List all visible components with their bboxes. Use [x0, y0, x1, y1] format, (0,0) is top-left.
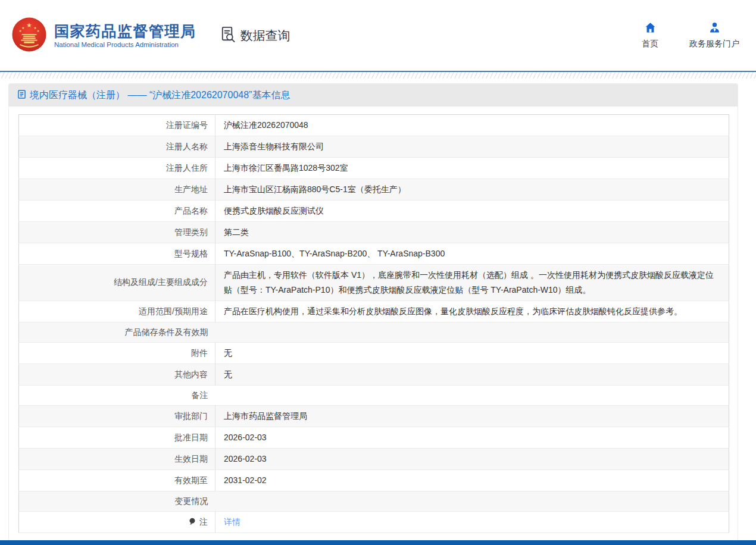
- data-query-module[interactable]: 数据查询: [219, 26, 290, 45]
- row-value: 沪械注准20262070048: [224, 120, 308, 130]
- svg-text:★: ★: [18, 29, 21, 33]
- row-label: 结构及组成/主要组成成分: [114, 277, 208, 287]
- svg-text:★: ★: [26, 21, 32, 29]
- row-label: 有效期至: [174, 475, 208, 485]
- row-label: 注册人住所: [166, 163, 208, 173]
- table-row: 生效日期 2026-02-03: [19, 449, 729, 470]
- content-container: 境内医疗器械（注册） —— “沪械注准20262070048”基本信息 注册证编…: [8, 83, 738, 542]
- row-value: 上海市药品监督管理局: [224, 411, 307, 421]
- footer-bar: [0, 540, 756, 545]
- table-row: 产品储存条件及有效期: [19, 322, 729, 343]
- row-label: 变更情况: [175, 496, 208, 506]
- header-nav: 首页 政务服务门户: [642, 21, 739, 49]
- nmpa-emblem-icon: ★ ★ ★ ★ ★: [12, 17, 46, 54]
- row-label: 审批部门: [174, 411, 208, 421]
- table-row: 生产地址 上海市宝山区江杨南路880号C5-1室（委托生产）: [19, 179, 729, 201]
- row-value: 便携式皮肤烟酸反应测试仪: [224, 206, 324, 215]
- doc-search-icon: [219, 26, 236, 45]
- logo-title: 国家药品监督管理局: [54, 23, 196, 40]
- table-row: 适用范围/预期用途 产品在医疗机构使用，通过采集和分析皮肤烟酸反应图像，量化皮肤…: [19, 301, 729, 322]
- table-row: 型号规格 TY-AraSnap-B100、TY-AraSnap-B200、 TY…: [19, 243, 729, 265]
- logo-subtitle: National Medical Products Administration: [54, 41, 196, 48]
- row-label: 批准日期: [174, 433, 208, 442]
- table-row: 有效期至 2031-02-02: [19, 470, 729, 491]
- pin-icon: [189, 518, 196, 527]
- table-row: 管理类别 第二类: [19, 222, 729, 243]
- table-row: 审批部门 上海市药品监督管理局: [19, 406, 729, 427]
- module-label: 数据查询: [240, 27, 290, 44]
- row-value: 上海添音生物科技有限公司: [224, 142, 324, 151]
- row-label: 适用范围/预期用途: [139, 306, 208, 316]
- nav-portal[interactable]: 政务服务门户: [689, 21, 739, 49]
- row-label: 生产地址: [174, 184, 208, 194]
- row-value: 第二类: [224, 227, 249, 237]
- row-label: 注册人名称: [166, 142, 208, 151]
- row-value: 产品由主机，专用软件（软件版本 V1），底座腕带和一次性使用耗材（选配）组成 。…: [224, 270, 714, 295]
- row-label: 管理类别: [174, 227, 208, 237]
- row-value: 无: [224, 369, 232, 379]
- nav-home[interactable]: 首页: [642, 21, 658, 49]
- header-divider: [0, 71, 756, 79]
- nmpa-logo[interactable]: ★ ★ ★ ★ ★ 国家药品监督管理局 National Medical Pro…: [12, 17, 196, 54]
- row-value: 上海市宝山区江杨南路880号C5-1室（委托生产）: [224, 184, 406, 194]
- home-icon: [644, 21, 657, 36]
- row-value: 2026-02-03: [224, 454, 267, 463]
- nav-portal-label: 政务服务门户: [689, 39, 739, 49]
- row-value: 2026-02-03: [224, 433, 267, 442]
- row-value: 上海市徐汇区番禺路1028号302室: [224, 163, 348, 173]
- registration-detail-table: 注册证编号 沪械注准20262070048 注册人名称 上海添音生物科技有限公司…: [18, 114, 729, 533]
- row-label: 产品名称: [174, 206, 208, 215]
- row-value: 产品在医疗机构使用，通过采集和分析皮肤烟酸反应图像，量化皮肤烟酸反应程度，为临床…: [224, 306, 682, 316]
- site-header: ★ ★ ★ ★ ★ 国家药品监督管理局 National Medical Pro…: [0, 0, 756, 71]
- document-icon: [18, 90, 26, 101]
- table-row: 注 详情: [19, 512, 729, 533]
- table-row: 结构及组成/主要组成成分 产品由主机，专用软件（软件版本 V1），底座腕带和一次…: [19, 265, 729, 301]
- table-row: 备注: [19, 386, 729, 406]
- row-value: TY-AraSnap-B100、TY-AraSnap-B200、 TY-AraS…: [224, 249, 445, 258]
- page-title: 境内医疗器械（注册） —— “沪械注准20262070048”基本信息: [30, 89, 290, 102]
- row-label: 备注: [192, 390, 208, 400]
- row-label: 附件: [191, 348, 208, 358]
- table-row: 注册证编号 沪械注准20262070048: [19, 115, 729, 136]
- table-row: 产品名称 便携式皮肤烟酸反应测试仪: [19, 201, 729, 222]
- table-row: 附件 无: [19, 343, 729, 364]
- svg-text:★: ★: [36, 29, 39, 33]
- table-row: 变更情况: [19, 491, 729, 512]
- row-label: 产品储存条件及有效期: [125, 327, 208, 337]
- table-row: 注册人名称 上海添音生物科技有限公司: [19, 136, 729, 158]
- table-row: 其他内容 无: [19, 364, 729, 386]
- nav-home-label: 首页: [642, 39, 658, 49]
- row-label: 型号规格: [174, 249, 208, 258]
- svg-text:★: ★: [21, 26, 24, 29]
- row-value-link[interactable]: 详情: [224, 517, 240, 527]
- row-label: 其他内容: [174, 369, 208, 379]
- page-title-bar: 境内医疗器械（注册） —— “沪械注准20262070048”基本信息: [9, 84, 738, 107]
- row-value: 2031-02-02: [224, 475, 267, 485]
- row-value: 无: [224, 348, 232, 358]
- row-label: 注册证编号: [166, 120, 208, 130]
- table-row: 注册人住所 上海市徐汇区番禺路1028号302室: [19, 158, 729, 179]
- row-label: 注: [199, 517, 208, 527]
- table-row: 批准日期 2026-02-03: [19, 427, 729, 449]
- row-label: 生效日期: [174, 454, 208, 463]
- user-icon: [708, 21, 721, 36]
